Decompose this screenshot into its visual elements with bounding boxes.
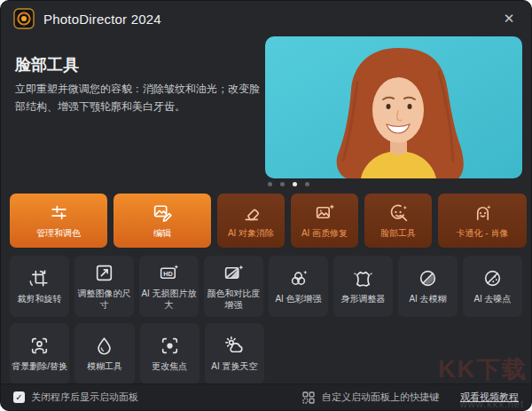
watch-tutorial-link[interactable]: 观看视频教程 [460,391,519,404]
tool-label: 更改焦点 [150,361,189,373]
site-watermark: KK下载 [438,353,528,385]
tool-label: AI 去模糊 [407,294,448,305]
tool-button-blur-drop[interactable]: 模糊工具 [74,323,134,384]
tools-grid-bottom: 背景删除/替换模糊工具更改焦点AI 置换天空 [10,323,264,384]
titlebar: PhotoDirector 2024 ✕ [1,1,531,36]
edit-image-icon [152,202,174,224]
tool-button-color-circles[interactable]: AI 色彩增强 [269,256,328,317]
tool-button-body-shape[interactable]: 身形调整器 [333,256,393,317]
tool-label: AI 置换天空 [209,361,259,373]
tool-label: 身形调整器 [340,294,387,305]
denoise-icon [481,267,504,289]
tool-button-focus[interactable]: 更改焦点 [140,323,200,384]
face-wand-icon [387,202,410,224]
crop-rotate-icon [28,267,51,289]
tool-label: 颜色和对比度增强 [204,288,263,311]
tool-button-crop-rotate[interactable]: 裁剪和旋转 [10,256,69,317]
tool-label: 编辑 [152,228,173,240]
tool-button-hd-upscale[interactable]: HDAI 无损图片放大 [139,256,199,317]
deblur-icon [417,267,439,289]
sky-replace-icon [223,335,246,357]
tool-label: AI 去噪点 [472,294,512,305]
footer-bar: ✓ 关闭程序后显示启动面板 自定义启动面板上的快捷键 观看视频教程 [1,383,531,410]
featured-tools-row: 管理和调色编辑AI 对象消除AI 画质修复脸部工具卡通化 - 肖像 [10,194,522,248]
carousel-dots [268,182,309,186]
body-shape-icon [352,267,374,289]
show-panel-checkbox[interactable]: ✓ [13,391,25,403]
tool-label: 裁剪和旋转 [16,294,64,305]
tool-button-denoise[interactable]: AI 去噪点 [463,256,522,317]
image-sparkle-icon [314,202,336,224]
eraser-icon [240,202,262,224]
tool-label: AI 对象消除 [226,228,276,240]
resize-icon [93,262,115,284]
tool-label: 管理和调色 [35,228,82,240]
shortcut-grid-icon [302,391,315,404]
tool-button-deblur[interactable]: AI 去模糊 [398,256,458,317]
tools-grid: 裁剪和旋转调整图像的尺寸HDAI 无损图片放大颜色和对比度增强AI 色彩增强身形… [10,256,522,317]
tool-label: AI 画质修复 [300,228,349,240]
tool-label: 调整图像的尺寸 [74,288,134,311]
page-title: 脸部工具 [15,54,79,75]
tool-label: 卡通化 - 肖像 [455,228,511,240]
blur-drop-icon [93,335,115,357]
color-circles-icon [287,267,309,289]
portrait-photo [265,36,522,178]
close-button[interactable]: ✕ [499,9,519,28]
app-title: PhotoDirector 2024 [43,12,161,27]
hd-upscale-icon: HD [158,262,180,284]
carousel-dot[interactable] [280,182,285,186]
show-panel-label: 关闭程序后显示启动面板 [31,391,138,404]
focus-icon [159,335,181,357]
tool-label: 脸部工具 [379,228,418,240]
carousel-dot[interactable] [305,182,309,186]
tool-button-cartoon-face[interactable]: 卡通化 - 肖像 [438,194,527,248]
tool-button-image-sparkle[interactable]: AI 画质修复 [291,194,358,248]
tool-button-eraser[interactable]: AI 对象消除 [217,194,285,248]
background-remove-icon [28,335,51,357]
launcher-window: PhotoDirector 2024 ✕ 脸部工具 立即重塑并微调您的容貌：消除… [0,0,532,411]
carousel-dot[interactable] [293,182,297,186]
tool-button-resize[interactable]: 调整图像的尺寸 [74,256,134,317]
tool-button-sliders[interactable]: 管理和调色 [10,194,107,248]
tool-button-background-remove[interactable]: 背景删除/替换 [10,323,69,384]
tool-label: 模糊工具 [85,361,124,373]
tool-button-face-wand[interactable]: 脸部工具 [364,194,432,248]
customize-shortcuts-button[interactable]: 自定义启动面板上的快捷键 [322,391,439,404]
intro-description: 立即重塑并微调您的容貌：消除皱纹和油光；改变脸部结构、增强下颚轮廓和美白牙齿。 [15,81,260,116]
tool-button-sky-replace[interactable]: AI 置换天空 [205,323,264,384]
sliders-icon [48,202,70,224]
tool-label: AI 无损图片放大 [139,288,199,311]
tool-button-contrast-enhance[interactable]: 颜色和对比度增强 [204,256,263,317]
tool-label: 背景删除/替换 [10,361,69,373]
tool-button-edit-image[interactable]: 编辑 [113,194,211,248]
tool-label: AI 色彩增强 [273,294,323,305]
carousel-dot[interactable] [268,182,272,186]
cartoon-face-icon [472,202,494,224]
contrast-enhance-icon [223,262,245,284]
app-logo-icon [13,8,35,29]
svg-text:HD: HD [163,270,173,278]
